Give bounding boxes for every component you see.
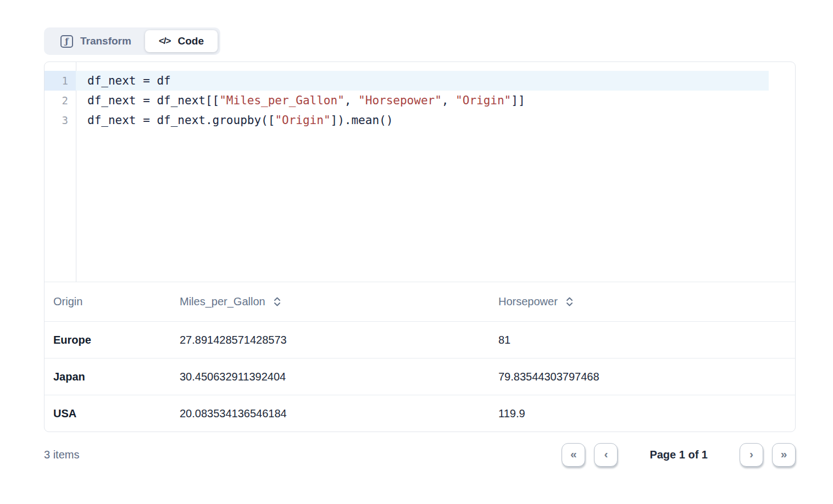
chevrons-right-icon: »	[781, 447, 787, 461]
code-token: df_next = df_next.groupby([	[87, 114, 275, 127]
items-count: 3 items	[44, 449, 79, 461]
cell-origin: Japan	[45, 371, 171, 383]
code-token: ]).mean()	[331, 114, 393, 127]
cell-miles-per-gallon: 30.450632911392404	[171, 371, 490, 383]
column-header-miles-per-gallon: Miles_per_Gallon	[171, 295, 490, 308]
string-token: "Horsepower"	[358, 94, 442, 107]
code-token: ,	[345, 94, 358, 107]
tab-transform[interactable]: ƒ Transform	[47, 30, 145, 52]
cell-miles-per-gallon: 20.083534136546184	[171, 407, 490, 420]
last-page-button[interactable]: »	[772, 443, 796, 467]
table-row: Japan 30.450632911392404 79.835443037974…	[45, 358, 795, 395]
code-and-table-panel: 1 df_next = df 2 df_next = df_next[["Mil…	[44, 61, 796, 432]
next-page-button[interactable]: ›	[740, 443, 763, 467]
code-editor[interactable]: 1 df_next = df 2 df_next = df_next[["Mil…	[45, 62, 795, 282]
chevrons-left-icon: «	[570, 447, 577, 461]
cell-origin: Europe	[45, 334, 171, 346]
column-header-horsepower: Horsepower	[490, 295, 795, 308]
code-text: df_next = df_next.groupby(["Origin"]).me…	[76, 110, 795, 130]
sort-icon[interactable]	[565, 296, 574, 307]
string-token: "Miles_per_Gallon"	[219, 94, 345, 107]
line-number: 3	[45, 110, 76, 130]
table-footer: 3 items « ‹ Page 1 of 1 › »	[44, 441, 796, 468]
view-tab-bar: ƒ Transform </> Code	[44, 27, 220, 55]
column-header-label: Miles_per_Gallon	[180, 295, 265, 308]
chevron-right-icon: ›	[749, 447, 753, 461]
first-page-button[interactable]: «	[562, 443, 585, 467]
pagination-controls: « ‹ Page 1 of 1 › »	[562, 443, 796, 467]
table-header-row: Origin Miles_per_Gallon Horsepower	[45, 282, 795, 321]
page-indicator: Page 1 of 1	[649, 449, 708, 461]
tab-code[interactable]: </> Code	[145, 30, 218, 52]
code-token: ,	[442, 94, 456, 107]
table-row: Europe 27.891428571428573 81	[45, 321, 795, 358]
string-token: "Origin"	[275, 114, 330, 127]
function-icon: ƒ	[60, 35, 73, 48]
cell-horsepower: 79.83544303797468	[490, 371, 795, 383]
code-line[interactable]: 3 df_next = df_next.groupby(["Origin"]).…	[45, 110, 795, 130]
tab-transform-label: Transform	[80, 35, 131, 47]
column-header-label: Origin	[53, 295, 82, 308]
cell-miles-per-gallon: 27.891428571428573	[171, 334, 490, 346]
cell-horsepower: 119.9	[490, 407, 795, 420]
column-header-origin: Origin	[45, 295, 171, 308]
code-token: df_next = df_next[[	[87, 94, 219, 107]
string-token: "Origin"	[456, 94, 511, 107]
main-content: ƒ Transform </> Code 1 df_next = df 2 df…	[44, 0, 796, 468]
code-token: df_next = df	[87, 74, 171, 87]
code-line[interactable]: 2 df_next = df_next[["Miles_per_Gallon",…	[45, 91, 795, 110]
column-header-label: Horsepower	[498, 295, 558, 308]
table-row: USA 20.083534136546184 119.9	[45, 395, 795, 432]
line-number: 1	[45, 71, 76, 91]
cell-origin: USA	[45, 407, 171, 420]
code-text: df_next = df	[76, 71, 795, 91]
sort-icon[interactable]	[273, 296, 281, 307]
code-line[interactable]: 1 df_next = df	[45, 71, 795, 91]
code-brackets-icon: </>	[159, 36, 171, 47]
code-token: ]]	[511, 94, 525, 107]
line-number: 2	[45, 91, 76, 110]
chevron-left-icon: ‹	[604, 447, 608, 461]
tab-code-label: Code	[178, 35, 204, 47]
code-text: df_next = df_next[["Miles_per_Gallon", "…	[76, 91, 795, 110]
cell-horsepower: 81	[490, 334, 795, 346]
previous-page-button[interactable]: ‹	[594, 443, 618, 467]
